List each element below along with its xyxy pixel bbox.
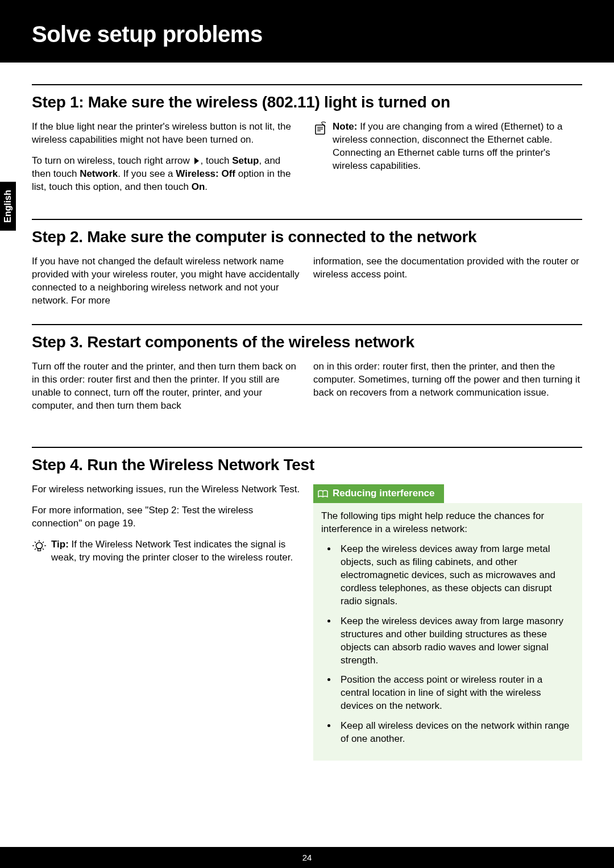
divider xyxy=(32,324,582,325)
page-footer: 24 xyxy=(0,847,614,868)
interference-title: Reducing interference xyxy=(333,487,435,500)
step4-body: For wireless networking issues, run the … xyxy=(32,483,582,761)
tip-text: Tip: If the Wireless Network Test indica… xyxy=(51,538,301,564)
network-label: Network xyxy=(80,168,118,179)
svg-line-10 xyxy=(43,542,44,543)
right-arrow-icon xyxy=(193,157,201,165)
text: To turn on wireless, touch right arrow xyxy=(32,155,193,166)
step1-heading: Step 1: Make sure the wireless (802.11) … xyxy=(32,93,582,111)
note-icon xyxy=(313,122,328,136)
note-label: Note: xyxy=(333,121,357,132)
svg-rect-5 xyxy=(38,549,41,551)
list-item: Keep the wireless devices away from larg… xyxy=(337,615,574,667)
step3-body: Turn off the router and the printer, and… xyxy=(32,360,582,413)
step1-note: Note: If you are changing from a wired (… xyxy=(313,121,582,173)
interference-box: Reducing interference The following tips… xyxy=(313,484,582,761)
note-text: Note: If you are changing from a wired (… xyxy=(333,121,582,173)
step2-body: If you have not changed the default wire… xyxy=(32,255,582,308)
text: . If you see a xyxy=(118,168,176,179)
text: , touch xyxy=(201,155,233,166)
svg-rect-0 xyxy=(316,125,325,134)
step4-tip: Tip: If the Wireless Network Test indica… xyxy=(32,538,301,564)
step4-left: For wireless networking issues, run the … xyxy=(32,483,301,761)
step4-heading: Step 4. Run the Wireless Network Test xyxy=(32,456,582,474)
step2-heading: Step 2. Make sure the computer is connec… xyxy=(32,228,582,246)
step1-right: Note: If you are changing from a wired (… xyxy=(313,121,582,202)
step3-heading: Step 3. Restart components of the wirele… xyxy=(32,333,582,351)
interference-body: The following tips might help reduce the… xyxy=(313,503,582,761)
step2-right: information, see the documentation provi… xyxy=(313,255,582,308)
step4-p1: For wireless networking issues, run the … xyxy=(32,483,301,496)
step4-p2: For more information, see "Step 2: Test … xyxy=(32,504,301,530)
interference-header: Reducing interference xyxy=(313,484,444,503)
on-label: On xyxy=(192,181,205,192)
step4-right: Reducing interference The following tips… xyxy=(313,483,582,761)
step1-p1: If the blue light near the printer's wir… xyxy=(32,121,301,147)
step3-left: Turn off the router and the printer, and… xyxy=(32,360,301,413)
interference-list: Keep the wireless devices away from larg… xyxy=(321,543,574,746)
language-tab: English xyxy=(0,182,16,231)
svg-line-9 xyxy=(35,542,36,543)
svg-line-12 xyxy=(43,549,44,550)
wireless-off-label: Wireless: Off xyxy=(176,168,235,179)
step2-left: If you have not changed the default wire… xyxy=(32,255,301,308)
svg-line-11 xyxy=(35,549,36,550)
divider xyxy=(32,219,582,220)
list-item: Position the access point or wireless ro… xyxy=(337,674,574,713)
page-content: Step 1: Make sure the wireless (802.11) … xyxy=(0,63,614,761)
tip-body: If the Wireless Network Test indicates t… xyxy=(51,539,293,563)
step1-left: If the blue light near the printer's wir… xyxy=(32,121,301,202)
list-item: Keep all wireless devices on the network… xyxy=(337,720,574,746)
list-item: Keep the wireless devices away from larg… xyxy=(337,543,574,608)
setup-label: Setup xyxy=(232,155,259,166)
interference-intro: The following tips might help reduce the… xyxy=(321,510,574,536)
lightbulb-icon xyxy=(32,539,47,554)
svg-point-4 xyxy=(36,543,43,549)
divider xyxy=(32,84,582,85)
tip-label: Tip: xyxy=(51,539,69,550)
note-body: If you are changing from a wired (Ethern… xyxy=(333,121,562,171)
step3-right: on in this order: router first, then the… xyxy=(313,360,582,413)
step1-p2: To turn on wireless, touch right arrow ,… xyxy=(32,155,301,194)
page-title: Solve setup problems xyxy=(32,22,582,47)
page-header: Solve setup problems xyxy=(0,0,614,63)
divider xyxy=(32,447,582,448)
page-number: 24 xyxy=(302,853,312,862)
text: . xyxy=(205,181,208,192)
book-icon xyxy=(318,490,328,498)
step1-body: If the blue light near the printer's wir… xyxy=(32,121,582,202)
